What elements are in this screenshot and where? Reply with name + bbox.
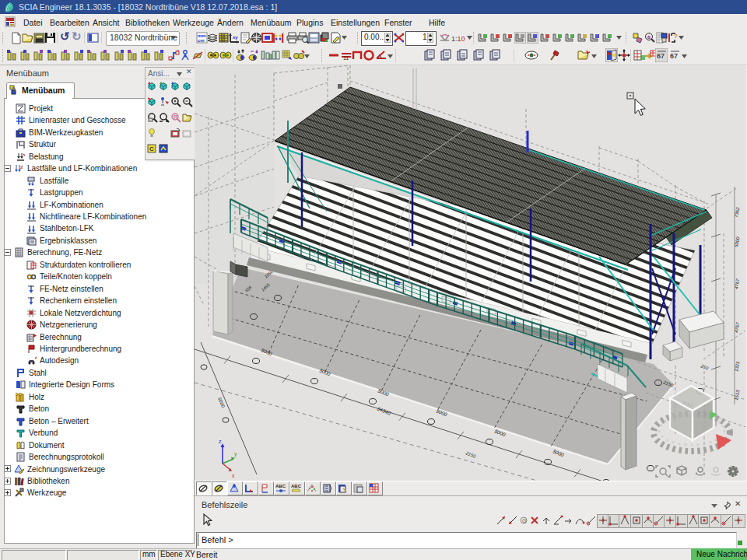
svg-text:xy: xy <box>233 35 238 40</box>
svg-text:67: 67 <box>657 52 665 60</box>
svg-text:x: x <box>232 473 235 478</box>
svg-text:2: 2 <box>20 165 23 170</box>
svg-text:C: C <box>149 145 154 152</box>
svg-text:11: 11 <box>343 55 349 61</box>
svg-text:ABC: ABC <box>275 484 286 488</box>
svg-text:G: G <box>522 518 526 523</box>
svg-text:?: ? <box>674 33 678 40</box>
svg-text:y: y <box>234 451 237 457</box>
svg-text:ABC: ABC <box>291 484 302 488</box>
svg-text:z: z <box>219 439 222 444</box>
svg-text:R: R <box>174 114 177 120</box>
svg-text:cm: cm <box>198 38 205 43</box>
svg-text:67: 67 <box>670 52 678 60</box>
svg-text:a: a <box>647 34 651 40</box>
svg-text:1:10: 1:10 <box>451 35 465 43</box>
